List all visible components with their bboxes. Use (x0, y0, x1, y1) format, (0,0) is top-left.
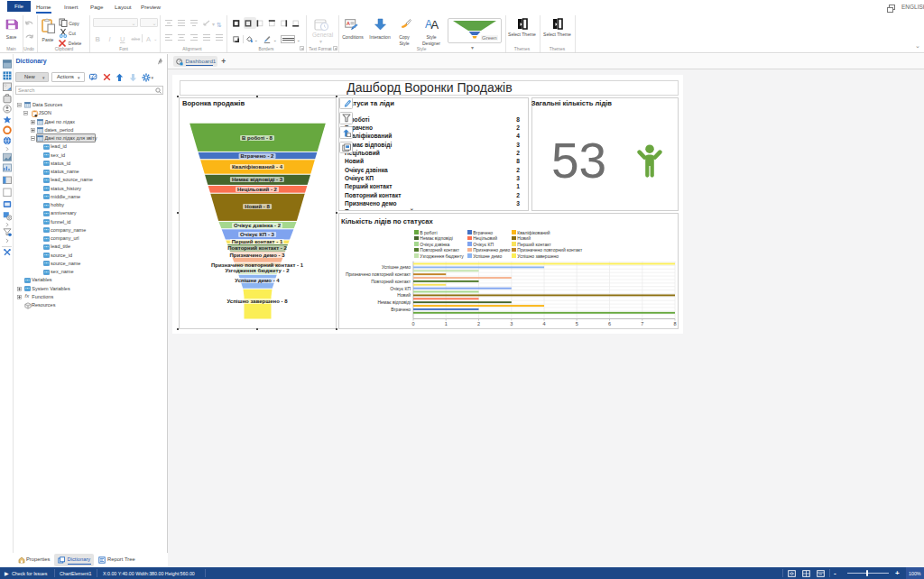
svg-text:6: 6 (608, 320, 611, 326)
svg-text:▾: ▾ (212, 22, 215, 27)
svg-text:1: 1 (445, 320, 448, 326)
svg-text:0: 0 (411, 320, 414, 326)
svg-text:8: 8 (673, 320, 676, 326)
svg-text:5: 5 (576, 320, 578, 326)
svg-text:4: 4 (542, 320, 545, 326)
svg-text:A: A (346, 21, 350, 26)
svg-text:2: 2 (477, 320, 480, 326)
svg-text:7: 7 (641, 320, 643, 326)
svg-text:⇅: ⇅ (217, 22, 222, 28)
svg-text:A: A (431, 18, 439, 30)
svg-text:3: 3 (510, 320, 513, 326)
